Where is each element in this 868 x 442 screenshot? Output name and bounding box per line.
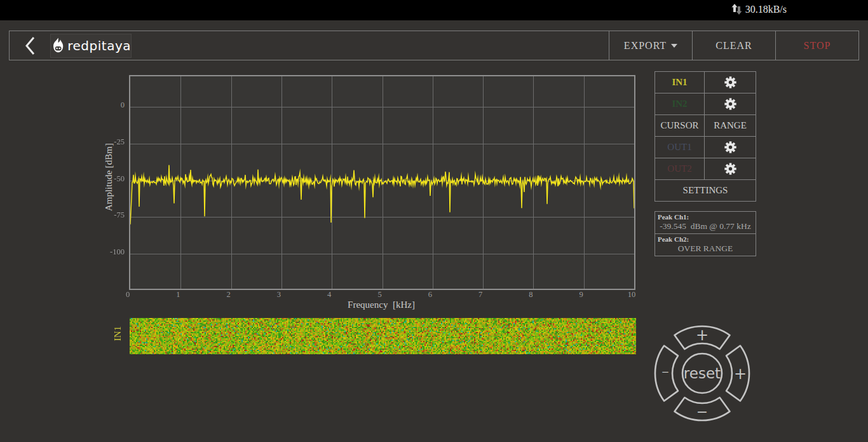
x-tick-label: 8	[518, 290, 543, 300]
out2-label: OUT2	[667, 163, 691, 174]
redpitaya-logo[interactable]: redpitaya	[50, 34, 132, 58]
x-tick-label: 5	[367, 290, 393, 300]
peak-readouts: Peak Ch1: -39.545 dBm @ 0.77 kHz Peak Ch…	[654, 211, 756, 256]
network-rate-indicator: 30.18kB/s	[731, 3, 787, 15]
x-tick-label: 0	[115, 290, 140, 300]
in2-channel-button[interactable]: IN2	[654, 93, 705, 115]
pan-down-label: −	[696, 404, 708, 420]
spectrum-analyzer-app: 30.18kB/s redpitaya EXPORT CLEAR	[0, 0, 868, 442]
y-tick-label: -50	[94, 174, 125, 184]
y-tick-label: 0	[94, 100, 125, 110]
in1-channel-button[interactable]: IN1	[654, 71, 705, 93]
spectrum-plot[interactable]	[129, 75, 635, 290]
out1-label: OUT1	[667, 142, 691, 153]
in1-label: IN1	[672, 77, 687, 88]
caret-down-icon	[671, 44, 677, 48]
in2-settings-button[interactable]	[704, 93, 756, 115]
pan-up-label: +	[696, 326, 709, 344]
x-tick-label: 3	[266, 290, 292, 300]
peak-ch2-box: Peak Ch2: OVER RANGE	[654, 233, 756, 256]
peak-ch1-box: Peak Ch1: -39.545 dBm @ 0.77 kHz	[654, 211, 756, 234]
flame-icon	[51, 37, 65, 55]
peak-ch1-label: Peak Ch1:	[658, 213, 753, 221]
back-button[interactable]	[13, 31, 46, 60]
x-axis-title: Frequency [kHz]	[286, 300, 477, 310]
reset-label: reset	[684, 365, 721, 382]
range-label: RANGE	[714, 120, 747, 131]
x-tick-label: 6	[417, 290, 443, 300]
settings-label: SETTINGS	[683, 185, 728, 196]
browser-status-bar: 30.18kB/s	[0, 0, 868, 20]
settings-button[interactable]: SETTINGS	[654, 179, 756, 202]
x-tick-label: 9	[569, 290, 594, 300]
zoom-out-label: −	[661, 366, 670, 378]
export-label: EXPORT	[624, 40, 667, 52]
cursor-label: CURSOR	[660, 120, 698, 131]
gear-icon	[724, 162, 737, 176]
gear-icon	[724, 76, 737, 89]
stop-label: STOP	[804, 40, 831, 52]
gear-icon	[724, 97, 737, 111]
x-tick-label: 1	[165, 290, 191, 300]
y-tick-label: -25	[94, 137, 125, 147]
x-tick-label: 10	[619, 290, 644, 300]
in1-settings-button[interactable]	[704, 71, 756, 93]
control-panel: IN1 IN2 CURSOR RANGE OUT1	[654, 71, 756, 202]
peak-ch1-value: -39.545 dBm @ 0.77 kHz	[658, 221, 753, 231]
y-tick-label: -75	[94, 211, 125, 220]
network-rate-text: 30.18kB/s	[745, 4, 787, 15]
app-header: redpitaya EXPORT CLEAR STOP	[9, 31, 859, 60]
peak-ch2-label: Peak Ch2:	[658, 235, 753, 243]
x-tick-label: 7	[468, 290, 493, 300]
x-tick-label: 4	[316, 290, 342, 300]
x-tick-label: 2	[216, 290, 241, 300]
up-down-arrows-icon	[731, 3, 742, 15]
spectrogram	[130, 318, 636, 354]
y-tick-label: -100	[94, 247, 125, 257]
chevron-left-icon	[23, 34, 37, 57]
clear-button[interactable]: CLEAR	[692, 31, 775, 60]
clear-label: CLEAR	[715, 40, 752, 52]
range-button[interactable]: RANGE	[704, 114, 756, 137]
zoom-in-label: +	[734, 365, 747, 383]
stop-button[interactable]: STOP	[775, 31, 858, 60]
out2-settings-button[interactable]	[704, 158, 756, 180]
export-button[interactable]: EXPORT	[609, 31, 692, 60]
cursor-button[interactable]: CURSOR	[654, 114, 705, 137]
zoom-pan-pad: + + − − reset	[651, 322, 753, 424]
peak-ch2-value: OVER RANGE	[658, 244, 753, 254]
gear-icon	[724, 141, 737, 154]
spectrogram-channel-label: IN1	[112, 318, 123, 350]
in2-label: IN2	[672, 99, 687, 109]
out2-channel-button[interactable]: OUT2	[654, 158, 705, 180]
logo-text: redpitaya	[67, 38, 131, 53]
out1-settings-button[interactable]	[704, 136, 756, 158]
out1-channel-button[interactable]: OUT1	[654, 136, 705, 158]
header-buttons: EXPORT CLEAR STOP	[609, 31, 858, 60]
